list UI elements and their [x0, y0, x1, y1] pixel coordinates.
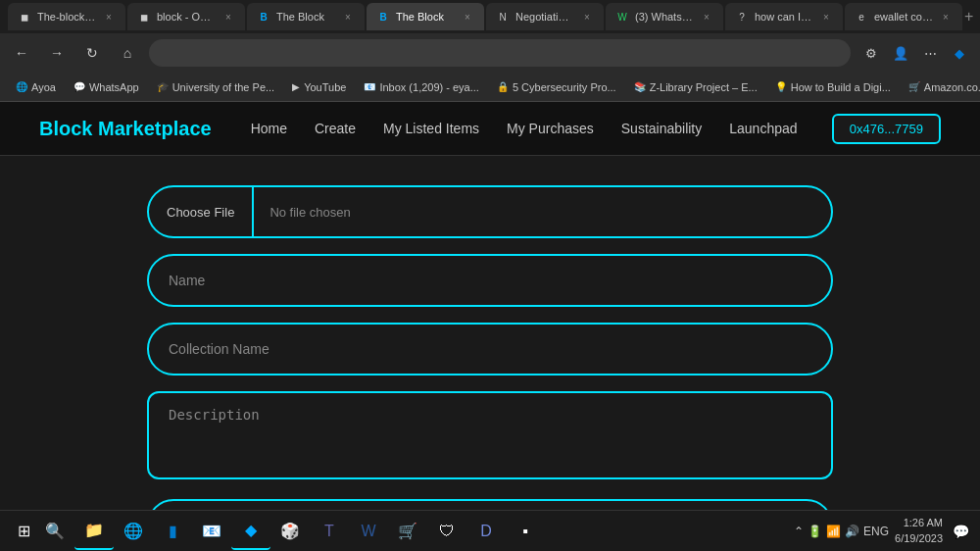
- tray-volume-icon[interactable]: 🔊: [845, 525, 859, 538]
- taskbar-app-3d[interactable]: 🎲: [270, 513, 310, 550]
- taskbar-app-explorer[interactable]: 📁: [74, 513, 114, 550]
- tray-time-value: 1:26 AM: [895, 516, 943, 530]
- collection-input[interactable]: [147, 323, 833, 376]
- tab-favicon-2: ◼: [137, 10, 151, 24]
- tab-close-4[interactable]: ×: [461, 10, 474, 24]
- brand-logo[interactable]: Block Marketplace: [39, 118, 212, 140]
- name-input[interactable]: [147, 254, 833, 307]
- minimize-button[interactable]: —: [975, 3, 980, 30]
- tab-close-2[interactable]: ×: [221, 10, 235, 24]
- bookmark-whatsapp[interactable]: 💬 WhatsApp: [66, 79, 147, 95]
- taskbar-app-discord[interactable]: D: [466, 513, 506, 550]
- bookmark-icon-cyber: 🔒: [497, 81, 509, 92]
- tray-wifi-icon[interactable]: 📶: [826, 525, 841, 538]
- taskbar: ⊞ 🔍 📁 🌐 ▮ 📧 ◆ 🎲 T W 🛒 🛡 D ▪ ⌃ 🔋 📶 🔊 ENG …: [0, 510, 980, 551]
- bookmark-uni[interactable]: 🎓 University of the Pe...: [149, 79, 283, 95]
- navbar: Block Marketplace Home Create My Listed …: [0, 102, 980, 156]
- tab-2[interactable]: ◼ block - Ove... ×: [127, 3, 245, 30]
- bookmarks-bar: 🌐 Ayoa 💬 WhatsApp 🎓 University of the Pe…: [0, 73, 980, 102]
- nav-purchases[interactable]: My Purchases: [507, 121, 594, 136]
- tray-battery-icon[interactable]: 🔋: [808, 525, 822, 538]
- tray-datetime[interactable]: 1:26 AM 6/19/2023: [895, 516, 943, 546]
- bookmark-youtube[interactable]: ▶ YouTube: [284, 79, 354, 95]
- tab-8[interactable]: e ewallet conne... ×: [845, 3, 962, 30]
- tab-title-6: (3) WhatsApp ...: [635, 11, 694, 23]
- choose-file-button[interactable]: Choose File: [149, 187, 254, 236]
- tab-close-1[interactable]: ×: [102, 10, 116, 24]
- bookmark-icon-inbox: 📧: [364, 81, 375, 92]
- tab-close-7[interactable]: ×: [819, 10, 833, 24]
- nav-sustainability[interactable]: Sustainability: [621, 121, 703, 136]
- new-tab-button[interactable]: +: [964, 3, 973, 30]
- nav-create[interactable]: Create: [315, 121, 356, 136]
- bookmark-zlibrary[interactable]: 📚 Z-Library Project – E...: [626, 79, 765, 95]
- bookmark-label-uni: University of the Pe...: [172, 81, 275, 93]
- tab-close-3[interactable]: ×: [341, 10, 355, 24]
- taskbar-app-word[interactable]: W: [349, 513, 388, 550]
- back-button[interactable]: ←: [8, 39, 35, 67]
- bookmark-icon-ayoa: 🌐: [16, 81, 27, 92]
- tab-close-5[interactable]: ×: [580, 10, 594, 24]
- taskbar-app-security[interactable]: 🛡: [427, 513, 466, 550]
- taskbar-app-mail[interactable]: 📧: [192, 513, 231, 550]
- toolbar-icons: ⚙ 👤 ⋯ ◆: [858, 40, 972, 66]
- tray-lang-label[interactable]: ENG: [863, 525, 889, 538]
- tray-chevron-icon[interactable]: ⌃: [794, 525, 804, 538]
- tab-favicon-4: B: [376, 10, 390, 24]
- name-input-group: [147, 254, 833, 307]
- profile-icon[interactable]: 👤: [888, 40, 913, 66]
- tab-favicon-5: N: [496, 10, 510, 24]
- taskbar-app-store[interactable]: 🛒: [388, 513, 427, 550]
- search-button[interactable]: 🔍: [39, 516, 71, 547]
- home-button[interactable]: ⌂: [114, 39, 141, 67]
- bookmark-ayoa[interactable]: 🌐 Ayoa: [8, 79, 64, 95]
- taskbar-tray: ⌃ 🔋 📶 🔊 ENG 1:26 AM 6/19/2023 💬: [794, 516, 972, 546]
- tab-title-5: Negotiation ...: [515, 11, 574, 23]
- tab-close-6[interactable]: ×: [700, 10, 713, 24]
- nav-home[interactable]: Home: [251, 121, 287, 136]
- tab-7[interactable]: ? how can I co... ×: [725, 3, 843, 30]
- nav-listed-items[interactable]: My Listed Items: [383, 121, 479, 136]
- bookmark-label-cyber: 5 Cybersecurity Pro...: [513, 81, 616, 93]
- bookmark-icon-digi: 💡: [775, 81, 787, 92]
- tab-1[interactable]: ◼ The-block/s... ×: [8, 3, 125, 30]
- description-input[interactable]: [147, 391, 833, 479]
- taskbar-app-vscode[interactable]: ▮: [153, 513, 192, 550]
- tab-4[interactable]: B The Block ×: [367, 3, 484, 30]
- reload-button[interactable]: ↻: [78, 39, 106, 67]
- forward-button[interactable]: →: [43, 39, 71, 67]
- tab-title-1: The-block/s...: [37, 11, 96, 23]
- notification-button[interactable]: 💬: [949, 520, 972, 543]
- taskbar-app-edge[interactable]: ◆: [231, 513, 270, 550]
- address-bar-row: ← → ↻ ⌂ localhost:3000/create ⚙ 👤 ⋯ ◆: [0, 33, 980, 73]
- tab-close-8[interactable]: ×: [939, 10, 953, 24]
- tab-3[interactable]: B The Block ×: [247, 3, 365, 30]
- tab-5[interactable]: N Negotiation ... ×: [486, 3, 604, 30]
- tab-favicon-7: ?: [735, 10, 749, 24]
- extensions-icon[interactable]: ⚙: [858, 40, 884, 66]
- tab-favicon-6: W: [615, 10, 629, 24]
- collection-input-group: [147, 323, 833, 376]
- bookmark-cyber[interactable]: 🔒 5 Cybersecurity Pro...: [489, 79, 624, 95]
- taskbar-app-browser[interactable]: 🌐: [114, 513, 153, 550]
- bookmark-digi[interactable]: 💡 How to Build a Digi...: [767, 79, 899, 95]
- bookmark-label-ayoa: Ayoa: [31, 81, 56, 93]
- file-name-label: No file chosen: [254, 205, 366, 220]
- wallet-button[interactable]: 0x476...7759: [832, 114, 941, 144]
- taskbar-app-terminal[interactable]: ▪: [506, 513, 545, 550]
- bookmark-label-youtube: YouTube: [304, 81, 346, 93]
- bookmark-amazon[interactable]: 🛒 Amazon.co.uk – On...: [901, 79, 980, 95]
- edge-icon[interactable]: ◆: [947, 40, 972, 66]
- taskbar-app-teams[interactable]: T: [310, 513, 349, 550]
- bookmark-inbox[interactable]: 📧 Inbox (1,209) - eya...: [356, 79, 487, 95]
- bookmark-label-zlibrary: Z-Library Project – E...: [650, 81, 758, 93]
- more-icon[interactable]: ⋯: [917, 40, 943, 66]
- nav-launchpad[interactable]: Launchpad: [729, 121, 797, 136]
- address-input[interactable]: localhost:3000/create: [149, 39, 851, 67]
- bookmark-icon-youtube: ▶: [292, 81, 300, 92]
- start-button[interactable]: ⊞: [8, 516, 39, 547]
- tab-6[interactable]: W (3) WhatsApp ... ×: [606, 3, 723, 30]
- tray-date-value: 6/19/2023: [895, 531, 943, 546]
- tab-favicon-8: e: [855, 10, 868, 24]
- bookmark-icon-amazon: 🛒: [908, 81, 920, 92]
